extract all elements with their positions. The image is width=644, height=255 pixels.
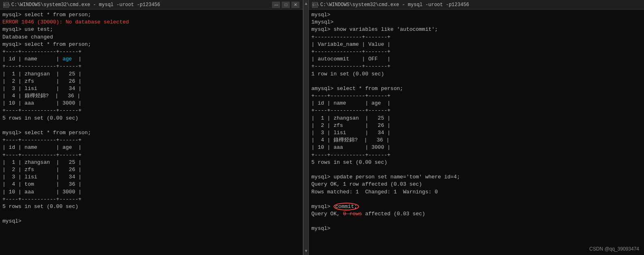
left-title-left: C:\ C:\WINDOWS\system32\cmd.exe - mysql …: [3, 2, 160, 8]
left-title-bar: C:\ C:\WINDOWS\system32\cmd.exe - mysql …: [0, 0, 303, 10]
right-update-result1: Query OK, 1 row affected (0.03 sec): [311, 181, 642, 188]
right-terminal-icon: C:\: [312, 2, 318, 8]
right-result1: 1 row in set (0.00 sec): [311, 71, 642, 78]
scroll-divider: ▲ ▼: [303, 0, 309, 255]
right-line-3: mysql> show variables like 'autocommit';: [311, 26, 642, 33]
left-blank2: [2, 210, 300, 218]
left-maximize-button[interactable]: □: [282, 2, 290, 8]
watermark-text: CSDN @qq_39093474: [589, 246, 639, 252]
right-line-2: 1mysql>: [311, 19, 642, 26]
left-line-2: ERROR 1046 (3D000): No database selected: [2, 19, 300, 26]
right-blank1: [311, 78, 642, 85]
left-table2-row3: | 3 | lisi | 34 |: [2, 174, 300, 181]
right-blank2: [311, 166, 642, 174]
right-update-prompt: mysql> update person set name='tom' wher…: [311, 174, 642, 181]
left-table2-border2: +----+-----------+------+: [2, 152, 300, 159]
right-terminal-content: mysql> 1mysql> mysql> show variables lik…: [309, 10, 644, 255]
right-blank4: [311, 218, 642, 225]
left-line-3: mysql> use test;: [2, 26, 300, 33]
left-close-button[interactable]: ✕: [291, 2, 300, 8]
left-table1-row5: | 10 | aaa | 3000 |: [2, 100, 300, 107]
left-result1: 5 rows in set (0.00 sec): [2, 115, 300, 122]
right-title-text: C:\WINDOWS\system32\cmd.exe - mysql -uro…: [320, 2, 469, 8]
left-title-text: C:\WINDOWS\system32\cmd.exe - mysql -uro…: [11, 2, 160, 8]
right-person-row5: | 10 | aaa | 3000 |: [311, 144, 642, 151]
right-select-prompt: amysql> select * from person;: [311, 85, 642, 92]
right-autocommit-header: | Variable_name | Value |: [311, 41, 642, 48]
left-table1-row2: | 2 | zfs | 26 |: [2, 78, 300, 85]
right-autocommit-border2: +---------------+-------+: [311, 48, 642, 56]
left-table1-row1: | 1 | zhangsan | 25 |: [2, 71, 300, 78]
right-line-1: mysql>: [311, 11, 642, 19]
right-person-row3: | 3 | lisi | 34 |: [311, 129, 642, 137]
right-final-prompt: mysql>: [311, 225, 642, 232]
left-table1-row4: | 4 | 錄樺烃錦? | 36 |: [2, 92, 300, 100]
right-title-bar: C:\ C:\WINDOWS\system32\cmd.exe - mysql …: [309, 0, 644, 10]
right-terminal-window: C:\ C:\WINDOWS\system32\cmd.exe - mysql …: [309, 0, 644, 255]
left-table2-row4: | 4 | tom | 36 |: [2, 181, 300, 188]
scroll-up-arrow[interactable]: ▲: [305, 2, 307, 6]
scroll-down-arrow[interactable]: ▼: [305, 249, 307, 253]
left-table2-row1: | 1 | zhangsan | 25 |: [2, 159, 300, 166]
left-table1-border1: +----+-----------+------+: [2, 48, 300, 56]
right-person-border1: +----+-----------+------+: [311, 92, 642, 100]
left-line-6: mysql> select * from person;: [2, 129, 300, 137]
left-terminal-icon: C:\: [3, 2, 9, 8]
left-cursor-prompt: mysql>: [2, 218, 300, 225]
right-person-row4: | 4 | 錄樺烃錦? | 36 |: [311, 137, 642, 144]
right-autocommit-row: | autocommit | OFF |: [311, 56, 642, 63]
left-terminal-content: mysql> select * from person; ERROR 1046 …: [0, 10, 303, 255]
left-table1-row3: | 3 | lisi | 34 |: [2, 85, 300, 92]
left-table2-border3: +----+-----------+------+: [2, 196, 300, 203]
left-table2-border1: +----+-----------+------+: [2, 137, 300, 144]
left-table1-border2: +----+-----------+------+: [2, 63, 300, 70]
right-person-row1: | 1 | zhangsan | 25 |: [311, 115, 642, 122]
left-blank1: [2, 122, 300, 129]
right-blank3: [311, 196, 642, 203]
left-terminal-window: C:\ C:\WINDOWS\system32\cmd.exe - mysql …: [0, 0, 303, 255]
zero-rows-strikethrough: 0 rows: [343, 211, 362, 217]
left-result2: 5 rows in set (0.00 sec): [2, 203, 300, 210]
right-person-border2: +----+-----------+------+: [311, 107, 642, 114]
left-table1-header: | id | name | age |: [2, 56, 300, 63]
right-autocommit-border1: +---------------+-------+: [311, 34, 642, 41]
left-window-controls[interactable]: — □ ✕: [272, 2, 300, 8]
right-person-border3: +----+-----------+------+: [311, 152, 642, 159]
left-table2-row2: | 2 | zfs | 26 |: [2, 166, 300, 174]
left-minimize-button[interactable]: —: [272, 2, 280, 8]
commit-highlight: commit;: [334, 203, 359, 210]
right-person-row2: | 2 | zfs | 26 |: [311, 122, 642, 129]
left-table1-border3: +----+-----------+------+: [2, 107, 300, 114]
left-line-4: Database changed: [2, 34, 300, 41]
left-line-5: mysql> select * from person;: [2, 41, 300, 48]
right-commit-prompt: mysql> commit;: [311, 203, 642, 210]
right-update-result2: Rows matched: 1 Changed: 1 Warnings: 0: [311, 189, 642, 196]
left-table2-header: | id | name | age |: [2, 144, 300, 151]
right-person-header: | id | name | age |: [311, 100, 642, 107]
right-title-left: C:\ C:\WINDOWS\system32\cmd.exe - mysql …: [312, 2, 469, 8]
left-line-1: mysql> select * from person;: [2, 11, 300, 19]
right-commit-result: Query OK, 0 rows affected (0.03 sec): [311, 210, 642, 218]
left-table2-row5: | 10 | aaa | 3000 |: [2, 189, 300, 196]
right-autocommit-border3: +---------------+-------+: [311, 63, 642, 70]
right-result2: 5 rows in set (0.00 sec): [311, 159, 642, 166]
